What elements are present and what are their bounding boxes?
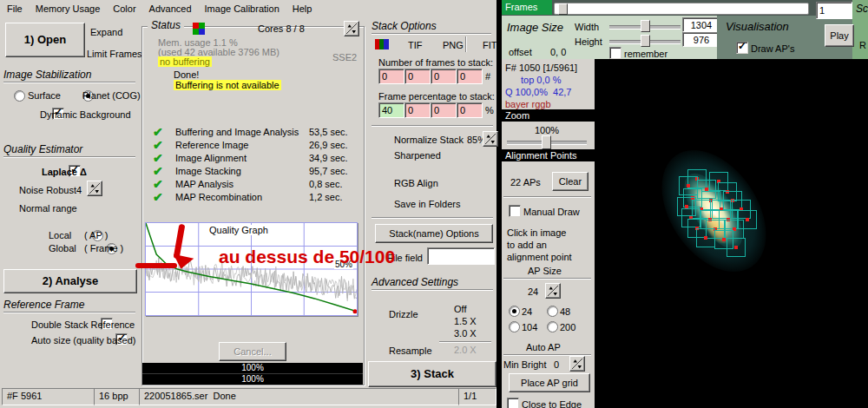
local-suffix: ( AP ) [84,230,108,240]
divider [3,82,135,83]
viewer-controls: F# 1050 [1/5961] top 0,0 % Q 100,0% 42,7… [502,59,595,408]
menu-file[interactable]: File [7,3,23,14]
alignment-point-center-dot [687,184,690,188]
frames-slider[interactable] [554,3,809,15]
frames-input-1[interactable] [378,69,404,84]
ap-size-48-radio[interactable] [547,306,558,317]
close-to-edge-checkbox[interactable]: ✓ [507,398,519,408]
save-in-folders-label: Save in Folders [394,199,460,209]
task-label: MAP Analysis [175,179,233,189]
percent-input-2[interactable] [404,102,431,118]
visualisation-title: Visualisation [726,20,789,33]
double-stack-label: Double Stack Reference [31,319,135,330]
normalize-spinner[interactable] [483,131,498,147]
frames-input-2[interactable] [404,69,431,84]
check-icon: ✔ [153,138,163,152]
main-window: File Memory Usage Color Advanced Image C… [0,0,496,408]
percent-input-3[interactable] [431,102,457,118]
partial-window-label-bottom: R [859,40,866,50]
rgb-squares-icon [193,23,205,35]
menu-help[interactable]: Help [293,3,312,14]
limit-frames-label[interactable]: Limit Frames [87,49,142,59]
status-title: Status [148,19,184,31]
planet-cog-label: Planet (COG) [82,90,141,101]
open-button[interactable]: 1) Open [5,23,85,57]
check-icon: ✔ [153,164,163,178]
stackname-options-button[interactable]: Stack(name) Options [375,224,493,243]
ap-size-24-radio[interactable] [509,306,520,317]
sse2-label: SSE2 [332,52,357,63]
place-ap-grid-button[interactable]: Place AP grid [509,373,590,392]
drizzle-label: Drizzle [389,309,418,319]
progress-bar-1: 100% [142,363,363,374]
task-label: Image Alignment [175,153,247,163]
frames-slider-handle[interactable] [558,3,568,15]
noise-robust-spinner[interactable] [87,181,102,196]
task-label: Image Stacking [175,166,241,176]
min-bright-spinner[interactable] [569,356,585,372]
menu-memory-usage[interactable]: Memory Usage [36,3,101,14]
reference-frame-title: Reference Frame [3,299,84,311]
ap-size-200-label: 200 [560,322,575,332]
percent-input-1[interactable] [378,102,404,118]
frames-input-3[interactable] [431,69,457,84]
divider [439,341,491,343]
manual-draw-checkbox[interactable]: ✓ [509,205,521,217]
frame-number-input[interactable] [816,2,852,19]
resample-option-label: 2.0 X [454,345,477,355]
drizzle-30-label: 3.0 X [454,328,477,339]
stack-button[interactable]: 3) Stack [368,361,496,387]
divider [465,36,467,52]
file-field-input[interactable] [427,247,495,265]
alignment-point-overlay [595,59,868,408]
close-to-edge-label: Close to Edge [522,399,582,408]
alignment-point-center-dot [704,236,707,240]
height-input[interactable] [682,32,720,47]
noise-robust-value: 4 [76,185,82,195]
play-button[interactable]: Play [825,24,854,47]
menu-image-calibration[interactable]: Image Calibration [205,3,279,14]
percent-unit: % [485,105,494,115]
task-row: ✔MAP Recombination1,2 sec. [153,192,358,205]
check-icon: ✔ [153,151,163,165]
frames-to-stack-label: Number of frames to stack: [378,57,493,68]
width-input[interactable] [682,17,720,32]
cores-spinner[interactable] [344,21,359,36]
normalize-stack-label: Normalize Stack [394,135,464,145]
check-icon: ✔ [153,125,163,139]
frame-info: F# 1050 [1/5961] [505,63,577,73]
frame-percentage-label: Frame percentage to stack: [378,91,495,102]
ap-size-104-radio[interactable] [509,321,520,332]
statusbar-filename: 220051865.ser [144,391,207,401]
divider [372,289,493,291]
fit-label: FIT [483,40,497,50]
auto-size-label: Auto size (quality based) [31,335,135,345]
analyse-button[interactable]: 2) Analyse [3,269,137,293]
frames-input-4[interactable] [457,69,483,84]
cancel-button[interactable]: Cancel... [219,342,286,361]
surface-radio[interactable] [14,90,25,102]
quality-graph-title: Quality Graph [207,225,271,235]
menu-advanced[interactable]: Advanced [149,3,192,14]
percent-input-4[interactable] [457,102,483,118]
draw-aps-checkbox[interactable]: ✓ [736,42,748,54]
height-slider-handle[interactable] [641,35,650,47]
clear-button[interactable]: Clear [552,172,589,191]
expand-label[interactable]: Expand [90,27,122,37]
min-bright-label: Min Bright [503,359,547,370]
menu-color[interactable]: Color [113,3,135,14]
ap-size-200-radio[interactable] [547,321,558,332]
remember-checkbox[interactable]: ✓ [609,47,621,59]
menu-bar: File Memory Usage Color Advanced Image C… [0,0,503,17]
image-canvas[interactable] [595,59,868,408]
check-icon: ✔ [153,177,163,191]
image-size-title: Image Size [507,21,563,34]
noise-robust-label: Noise Robust [19,185,76,195]
zoom-slider-handle[interactable] [542,135,551,149]
task-label: Reference Image [175,140,248,150]
ap-size-spinner[interactable] [545,283,561,299]
viewer-window: Frames Sc R Image Size Width Height offs… [502,0,868,408]
ap-size-24-label: 24 [522,306,532,317]
width-slider-handle[interactable] [641,20,650,32]
hint-line-3: alignment point [507,252,572,262]
